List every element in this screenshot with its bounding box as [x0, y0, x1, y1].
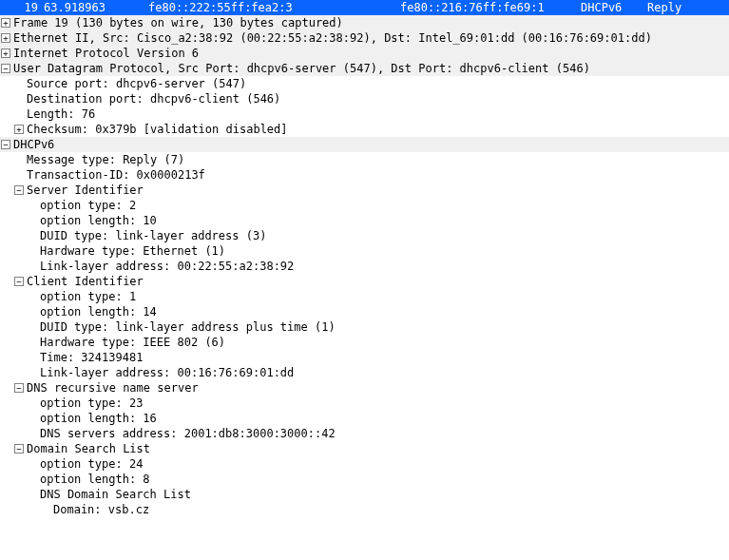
- expand-icon[interactable]: +: [1, 18, 10, 28]
- dns-addr[interactable]: DNS servers address: 2001:db8:3000:3000:…: [0, 426, 729, 441]
- dsl-domain[interactable]: Domain: vsb.cz: [0, 502, 729, 517]
- server-id-optlen[interactable]: option length: 10: [0, 213, 729, 228]
- client-id-opttype[interactable]: option type: 1: [0, 289, 729, 304]
- udp-label: User Datagram Protocol, Src Port: dhcpv6…: [13, 61, 590, 76]
- ipv6-node[interactable]: + Internet Protocol Version 6: [0, 46, 729, 61]
- dsl-list[interactable]: DNS Domain Search List: [0, 487, 729, 502]
- client-id-lladdr[interactable]: Link-layer address: 00:16:76:69:01:dd: [0, 365, 729, 380]
- client-id-optlen[interactable]: option length: 14: [0, 304, 729, 319]
- ethernet-node[interactable]: + Ethernet II, Src: Cisco_a2:38:92 (00:2…: [0, 30, 729, 46]
- collapse-icon[interactable]: −: [14, 277, 24, 286]
- expand-icon[interactable]: +: [1, 33, 10, 43]
- client-id-time[interactable]: Time: 324139481: [0, 350, 729, 365]
- dhcpv6-label: DHCPv6: [13, 137, 54, 152]
- col-proto: DHCPv6: [581, 0, 647, 15]
- dns-opttype[interactable]: option type: 23: [0, 396, 729, 411]
- client-id-hwtype[interactable]: Hardware type: IEEE 802 (6): [0, 335, 729, 350]
- dsl-optlen[interactable]: option length: 8: [0, 472, 729, 487]
- udp-dstport[interactable]: Destination port: dhcpv6-client (546): [0, 91, 729, 106]
- udp-node[interactable]: − User Datagram Protocol, Src Port: dhcp…: [0, 61, 729, 76]
- dns-node[interactable]: − DNS recursive name server: [0, 380, 729, 396]
- collapse-icon[interactable]: −: [14, 185, 24, 195]
- dsl-node[interactable]: − Domain Search List: [0, 441, 729, 456]
- expand-icon[interactable]: +: [1, 48, 10, 58]
- collapse-icon[interactable]: −: [14, 383, 24, 393]
- server-id-hwtype[interactable]: Hardware type: Ethernet (1): [0, 243, 729, 259]
- collapse-icon[interactable]: −: [1, 64, 10, 73]
- server-id-lladdr[interactable]: Link-layer address: 00:22:55:a2:38:92: [0, 259, 729, 274]
- ethernet-label: Ethernet II, Src: Cisco_a2:38:92 (00:22:…: [13, 30, 652, 46]
- col-info: Reply: [647, 0, 727, 15]
- protocol-tree: + Frame 19 (130 bytes on wire, 130 bytes…: [0, 15, 729, 517]
- dhcpv6-msgtype[interactable]: Message type: Reply (7): [0, 152, 729, 167]
- server-id-duidtype[interactable]: DUID type: link-layer address (3): [0, 228, 729, 243]
- dhcpv6-xid[interactable]: Transaction-ID: 0x0000213f: [0, 167, 729, 183]
- frame-label: Frame 19 (130 bytes on wire, 130 bytes c…: [13, 15, 343, 30]
- frame-node[interactable]: + Frame 19 (130 bytes on wire, 130 bytes…: [0, 15, 729, 30]
- server-id-node[interactable]: − Server Identifier: [0, 183, 729, 198]
- client-id-duidtype[interactable]: DUID type: link-layer address plus time …: [0, 319, 729, 335]
- col-time: 63.918963: [44, 0, 148, 15]
- dsl-opttype[interactable]: option type: 24: [0, 456, 729, 472]
- col-no: 19: [2, 0, 44, 15]
- udp-srcport[interactable]: Source port: dhcpv6-server (547): [0, 76, 729, 91]
- col-dst: fe80::216:76ff:fe69:1: [400, 0, 581, 15]
- col-src: fe80::222:55ff:fea2:3: [148, 0, 400, 15]
- ipv6-label: Internet Protocol Version 6: [13, 46, 199, 61]
- collapse-icon[interactable]: −: [14, 444, 24, 454]
- collapse-icon[interactable]: −: [1, 140, 10, 149]
- udp-length[interactable]: Length: 76: [0, 106, 729, 122]
- client-id-node[interactable]: − Client Identifier: [0, 274, 729, 289]
- dns-optlen[interactable]: option length: 16: [0, 411, 729, 426]
- server-id-opttype[interactable]: option type: 2: [0, 198, 729, 213]
- udp-checksum[interactable]: + Checksum: 0x379b [validation disabled]: [0, 122, 729, 137]
- expand-icon[interactable]: +: [14, 125, 24, 134]
- dhcpv6-node[interactable]: − DHCPv6: [0, 137, 729, 152]
- packet-list-row[interactable]: 19 63.918963 fe80::222:55ff:fea2:3 fe80:…: [0, 0, 729, 15]
